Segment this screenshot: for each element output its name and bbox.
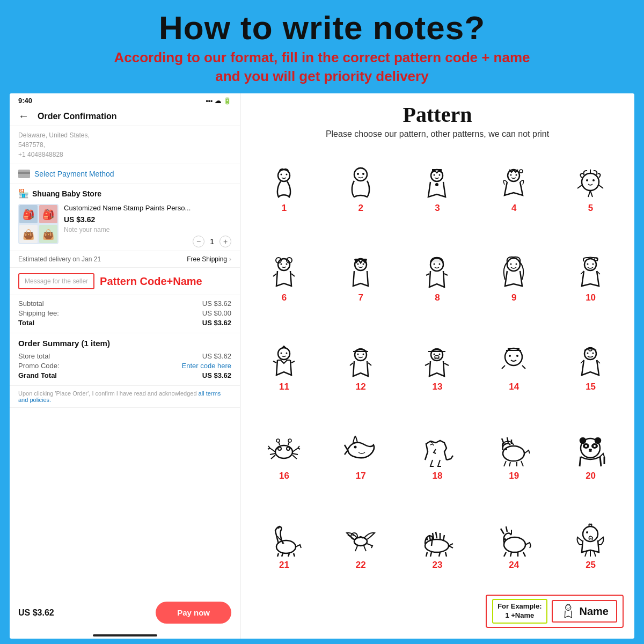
pattern-svg-19 [495,432,533,470]
pattern-svg-10 [572,254,610,291]
pattern-svg-20 [572,432,610,470]
shipping-label: Shipping fee: [18,309,59,317]
pattern-cell-10: 10 [553,235,628,322]
totals-section: Subtotal US $3.62 Shipping fee: US $0.00… [10,295,240,333]
pattern-cell-19: 19 [477,413,551,500]
pattern-cell-13: 13 [400,324,475,411]
back-arrow-icon[interactable]: ← [18,110,29,122]
svg-point-15 [357,173,359,175]
product-info: Customized Name Stamp Paints Perso... US… [64,204,231,247]
pattern-cell-18: 18 [400,413,475,500]
pattern-cell-11: 11 [247,324,321,411]
payment-label[interactable]: Select Payment Method [34,170,114,178]
pattern-num-20: 20 [586,471,596,481]
svg-point-81 [594,445,596,447]
pattern-svg-17 [342,432,379,470]
svg-point-90 [425,539,449,552]
pattern-num-25: 25 [586,560,596,570]
product-row: 🎒 🎒 👜 👜 Customized Name Stamp Paints Per… [10,201,240,251]
main-panels: 9:40 ▪▪▪ ☁ 🔋 ← Order Confirmation Delawa… [10,93,634,639]
example-label: For Example: [497,602,541,610]
svg-point-26 [586,179,588,181]
pattern-cell-14: 14 [477,324,551,411]
pattern-num-9: 9 [511,292,516,303]
pattern-grid: 1 2 [247,145,628,589]
pattern-num-6: 6 [282,292,287,303]
subtotal-value: US $3.62 [202,299,231,308]
pattern-num-12: 12 [356,382,366,392]
pattern-cell-20: 20 [553,413,628,500]
store-section: 🏪 Shuang Baby Store [10,184,240,201]
svg-point-22 [510,174,512,175]
example-area: For Example: 1 +Name [247,589,628,632]
pattern-svg-9 [495,254,533,291]
pattern-svg-13 [419,343,456,380]
status-time: 9:40 [18,97,32,105]
svg-point-12 [280,173,282,175]
svg-point-55 [439,354,441,355]
pattern-cell-25: 25 [553,502,628,589]
pattern-cell-23: 23 [400,502,475,589]
message-for-seller-box[interactable]: Message for the seller [18,273,94,289]
svg-point-34 [357,264,358,265]
pattern-svg-7 [342,254,379,291]
phone-status-bar: 9:40 ▪▪▪ ☁ 🔋 [10,93,240,107]
store-total-label: Store total [18,352,50,360]
pattern-num-11: 11 [279,382,289,392]
store-total-row: Store total US $3.62 [18,352,231,360]
pattern-svg-18 [419,432,456,470]
delivery-shipping: Free Shipping [187,255,227,263]
svg-point-63 [587,353,589,354]
svg-point-74 [430,441,433,443]
svg-point-96 [565,605,570,610]
pattern-num-23: 23 [433,560,443,570]
nav-title: Order Confirmation [38,112,117,121]
example-name: Name [580,605,609,618]
delivery-right: Free Shipping › [187,255,231,263]
svg-point-14 [354,168,367,181]
pattern-svg-6 [265,254,303,291]
pattern-svg-12 [342,343,379,380]
qty-minus-btn[interactable]: − [193,236,204,247]
pattern-cell-3: 3 [400,145,475,232]
pattern-title: Pattern [247,102,628,127]
svg-point-72 [288,439,291,442]
payment-section[interactable]: Select Payment Method [10,164,240,184]
grand-total-row: Grand Total US $3.62 [18,371,231,379]
home-bar [93,634,157,636]
address-line3: +1 4048848828 [18,150,231,159]
pattern-svg-5 [572,164,610,202]
subtotal-row: Subtotal US $3.62 [18,299,231,308]
svg-point-97 [566,607,567,608]
pattern-svg-15 [572,343,610,380]
svg-point-91 [426,538,428,540]
pattern-num-24: 24 [509,560,519,570]
promo-value[interactable]: Enter code here [181,362,231,370]
svg-point-66 [275,445,292,458]
svg-point-82 [589,449,592,451]
address-line1: Delaware, United States, [18,130,231,140]
pattern-svg-24 [495,521,533,559]
pattern-num-17: 17 [356,471,366,481]
product-qty: − 1 + [64,236,231,247]
pay-now-button[interactable]: Pay now [156,602,231,624]
pattern-cell-7: 7 [324,235,398,322]
page-container: How to write notes? According to our for… [0,0,644,644]
svg-text:🎒: 🎒 [42,209,55,221]
qty-plus-btn[interactable]: + [219,236,231,247]
pattern-num-7: 7 [358,292,363,303]
pattern-cell-12: 12 [324,324,398,411]
bottom-bar: US $3.62 Pay now [10,595,240,630]
svg-point-27 [592,179,595,181]
right-panel: Pattern Please choose our pattern, other… [240,93,634,639]
svg-point-39 [507,258,520,271]
pattern-num-3: 3 [435,203,440,214]
svg-point-51 [362,354,364,355]
svg-text:👜: 👜 [42,229,55,240]
pattern-svg-3 [419,164,456,202]
pattern-cell-8: 8 [400,235,475,322]
page-subtitle: According to our format, fill in the cor… [114,48,530,86]
total-value: US $3.62 [202,319,231,327]
svg-point-83 [580,438,586,443]
address-line2: 5487578, [18,140,231,150]
